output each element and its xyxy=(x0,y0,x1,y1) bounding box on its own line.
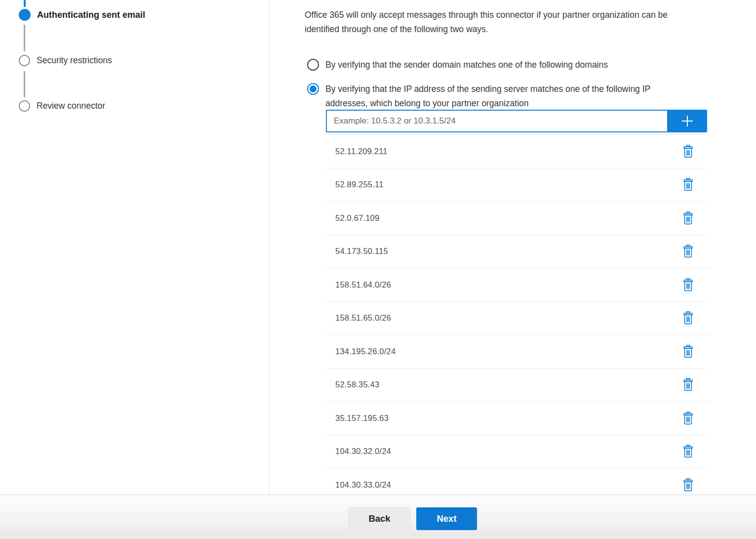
intro-line: identified through one of the following … xyxy=(305,22,756,37)
trash-icon xyxy=(683,278,693,291)
stepper-connector-from-previous-step xyxy=(24,0,26,7)
ip-address-text: 52.89.255.11 xyxy=(335,180,384,189)
ip-address-row: 104.30.33.0/24 xyxy=(324,468,709,495)
delete-ip-button[interactable] xyxy=(682,244,694,259)
radio-option-label-line: addresses, which belong to your partner … xyxy=(325,96,650,111)
ip-address-text: 35.157.195.63 xyxy=(335,414,389,423)
ip-address-row: 158.51.64.0/26 xyxy=(324,268,709,302)
add-ip-button[interactable] xyxy=(668,110,707,132)
wizard-stepper-sidebar: Authenticating sent email Security restr… xyxy=(0,0,270,495)
ip-address-row: 52.89.255.11 xyxy=(324,168,709,202)
trash-icon xyxy=(683,311,693,325)
delete-ip-button[interactable] xyxy=(682,344,694,359)
ip-address-text: 158.51.65.0/26 xyxy=(335,313,391,323)
delete-ip-button[interactable] xyxy=(682,210,694,226)
step-label: Review connector xyxy=(37,101,105,111)
delete-ip-button[interactable] xyxy=(682,177,694,192)
radio-option-sender-domain[interactable]: By verifying that the sender domain matc… xyxy=(307,58,608,72)
delete-ip-button[interactable] xyxy=(682,477,694,493)
ip-address-list: 52.11.209.211 52.89.255.11 xyxy=(324,134,709,495)
ip-address-row: 52.0.67.109 xyxy=(324,202,709,235)
plus-icon xyxy=(680,114,695,128)
ip-address-row: 54.173.50.115 xyxy=(324,235,709,269)
ip-address-text: 134.195.26.0/24 xyxy=(335,347,396,356)
ip-address-text: 52.0.67.109 xyxy=(335,213,379,223)
connector-wizard-screen: Authenticating sent email Security restr… xyxy=(0,0,756,539)
step-authenticating-sent-email[interactable]: Authenticating sent email xyxy=(0,9,145,21)
ip-address-row: 134.195.26.0/24 xyxy=(324,335,709,369)
step-circle-icon xyxy=(19,100,30,112)
delete-ip-button[interactable] xyxy=(682,310,694,326)
trash-icon xyxy=(683,445,693,458)
trash-icon xyxy=(683,478,693,492)
intro-line: Office 365 will only accept messages thr… xyxy=(305,8,756,22)
trash-icon xyxy=(683,245,693,258)
stepper-connector-line xyxy=(24,25,25,51)
radio-option-ip-address[interactable]: By verifying that the IP address of the … xyxy=(307,82,650,110)
ip-address-text: 52.58.35.43 xyxy=(335,380,379,389)
radio-option-label-line: By verifying that the IP address of the … xyxy=(325,82,650,96)
ip-address-text: 54.173.50.115 xyxy=(335,247,388,256)
ip-address-row: 104.30.32.0/24 xyxy=(324,435,709,469)
radio-unselected-icon xyxy=(307,59,319,71)
trash-icon xyxy=(683,211,693,225)
step-circle-icon xyxy=(19,55,30,66)
ip-address-row: 52.11.209.211 xyxy=(324,135,709,168)
next-button[interactable]: Next xyxy=(416,507,477,530)
step-active-dot-icon xyxy=(19,9,31,21)
wizard-footer: Back Next xyxy=(0,495,756,539)
stepper-connector-line xyxy=(24,71,25,97)
ip-address-row: 52.58.35.43 xyxy=(324,369,709,402)
radio-selected-icon xyxy=(307,83,319,95)
ip-input-row xyxy=(326,110,707,132)
delete-ip-button[interactable] xyxy=(682,144,694,159)
step-security-restrictions[interactable]: Security restrictions xyxy=(0,55,112,66)
trash-icon xyxy=(683,378,693,391)
trash-icon xyxy=(683,345,693,358)
trash-icon xyxy=(683,412,693,425)
delete-ip-button[interactable] xyxy=(682,377,694,392)
back-button[interactable]: Back xyxy=(349,507,410,530)
intro-paragraph: Office 365 will only accept messages thr… xyxy=(305,8,756,37)
ip-address-input[interactable] xyxy=(326,110,668,132)
trash-icon xyxy=(683,178,693,191)
ip-address-text: 104.30.32.0/24 xyxy=(335,447,391,456)
ip-address-text: 104.30.33.0/24 xyxy=(335,480,391,490)
radio-option-label: By verifying that the sender domain matc… xyxy=(325,58,608,72)
ip-address-text: 52.11.209.211 xyxy=(335,147,388,156)
ip-address-row: 158.51.65.0/26 xyxy=(324,302,709,335)
delete-ip-button[interactable] xyxy=(682,277,694,292)
ip-address-row: 35.157.195.63 xyxy=(324,402,709,435)
ip-address-text: 158.51.64.0/26 xyxy=(335,280,391,290)
radio-option-label: By verifying that the IP address of the … xyxy=(325,82,650,110)
trash-icon xyxy=(683,145,693,158)
step-label: Security restrictions xyxy=(37,55,112,66)
step-review-connector[interactable]: Review connector xyxy=(0,100,105,112)
delete-ip-button[interactable] xyxy=(682,411,694,426)
delete-ip-button[interactable] xyxy=(682,444,694,459)
step-label: Authenticating sent email xyxy=(37,10,145,20)
